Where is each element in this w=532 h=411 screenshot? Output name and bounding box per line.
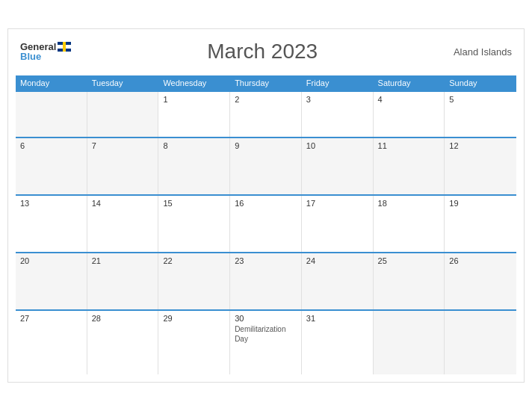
- day-cell: 23: [230, 253, 302, 309]
- day-number: 22: [163, 256, 225, 265]
- day-header-sunday: Sunday: [445, 75, 516, 90]
- day-cell: 18: [374, 196, 445, 252]
- day-number: 20: [20, 256, 82, 265]
- day-number: 16: [235, 199, 297, 208]
- day-number: 24: [306, 256, 368, 265]
- day-number: 26: [449, 256, 512, 265]
- day-cell: 27: [16, 311, 87, 374]
- day-number: 14: [92, 199, 154, 208]
- day-cell: 31: [302, 311, 374, 374]
- day-number: 15: [163, 199, 225, 208]
- day-cell: [374, 311, 445, 374]
- day-header-saturday: Saturday: [374, 75, 445, 90]
- day-cell: 15: [158, 196, 230, 252]
- day-number: 1: [163, 95, 225, 104]
- day-cell: 29: [158, 311, 230, 374]
- calendar-title: March 2023: [207, 40, 318, 64]
- day-cell: [16, 92, 87, 137]
- day-cell: 24: [302, 253, 374, 309]
- day-cell: 6: [16, 138, 87, 194]
- day-cell: 11: [374, 138, 445, 194]
- week-row-5: 27282930Demilitarization Day31: [16, 309, 516, 374]
- day-number: 8: [163, 141, 225, 150]
- day-cell: 5: [445, 92, 516, 137]
- week-row-2: 6789101112: [16, 137, 516, 194]
- day-number: 17: [306, 199, 368, 208]
- week-row-4: 20212223242526: [16, 252, 516, 309]
- day-number: 30: [235, 314, 297, 323]
- day-cell: 3: [302, 92, 374, 137]
- day-number: 9: [235, 141, 297, 150]
- week-row-3: 13141516171819: [16, 194, 516, 252]
- day-header-thursday: Thursday: [230, 75, 302, 90]
- week-row-1: 12345: [16, 90, 516, 137]
- day-cell: 22: [158, 253, 230, 309]
- day-cell: 17: [302, 196, 374, 252]
- day-number: 12: [449, 141, 512, 150]
- day-cell: 26: [445, 253, 516, 309]
- day-cell: 1: [158, 92, 230, 137]
- day-headers-row: MondayTuesdayWednesdayThursdayFridaySatu…: [16, 75, 516, 90]
- day-header-monday: Monday: [16, 75, 87, 90]
- day-number: 10: [306, 141, 368, 150]
- day-cell: 16: [230, 196, 302, 252]
- day-cell: 12: [445, 138, 516, 194]
- day-cell: [445, 311, 516, 374]
- day-number: 29: [163, 314, 225, 323]
- day-number: 13: [20, 199, 82, 208]
- day-number: 18: [378, 199, 440, 208]
- day-number: 11: [378, 141, 440, 150]
- day-header-friday: Friday: [302, 75, 374, 90]
- day-number: 23: [235, 256, 297, 265]
- day-cell: 14: [87, 196, 159, 252]
- calendar-header: General Blue March 2023 Aland Islands: [16, 37, 516, 67]
- day-cell: 8: [158, 138, 230, 194]
- calendar-grid: 1234567891011121314151617181920212223242…: [16, 90, 516, 374]
- day-number: 3: [306, 95, 368, 104]
- day-number: 5: [449, 95, 512, 104]
- day-cell: 20: [16, 253, 87, 309]
- event-label: Demilitarization Day: [235, 324, 297, 344]
- day-number: 31: [306, 314, 368, 323]
- day-cell: 19: [445, 196, 516, 252]
- day-cell: 25: [374, 253, 445, 309]
- logo: General Blue: [20, 42, 71, 61]
- day-header-wednesday: Wednesday: [158, 75, 230, 90]
- day-number: 25: [378, 256, 440, 265]
- day-cell: 10: [302, 138, 374, 194]
- day-number: 19: [449, 199, 512, 208]
- day-number: 6: [20, 141, 82, 150]
- calendar-region: Aland Islands: [454, 46, 512, 58]
- day-number: 2: [235, 95, 297, 104]
- logo-flag-icon: [58, 42, 71, 52]
- day-number: 28: [92, 314, 154, 323]
- day-cell: [87, 92, 159, 137]
- day-cell: 7: [87, 138, 159, 194]
- day-cell: 21: [87, 253, 159, 309]
- day-number: 27: [20, 314, 82, 323]
- day-number: 21: [92, 256, 154, 265]
- day-cell: 13: [16, 196, 87, 252]
- calendar-container: General Blue March 2023 Aland Islands Mo…: [7, 28, 525, 383]
- day-cell: 30Demilitarization Day: [230, 311, 302, 374]
- day-cell: 2: [230, 92, 302, 137]
- day-number: 4: [378, 95, 440, 104]
- logo-blue-text: Blue: [20, 52, 71, 61]
- day-header-tuesday: Tuesday: [87, 75, 159, 90]
- day-cell: 4: [374, 92, 445, 137]
- day-cell: 9: [230, 138, 302, 194]
- day-cell: 28: [87, 311, 159, 374]
- day-number: 7: [92, 141, 154, 150]
